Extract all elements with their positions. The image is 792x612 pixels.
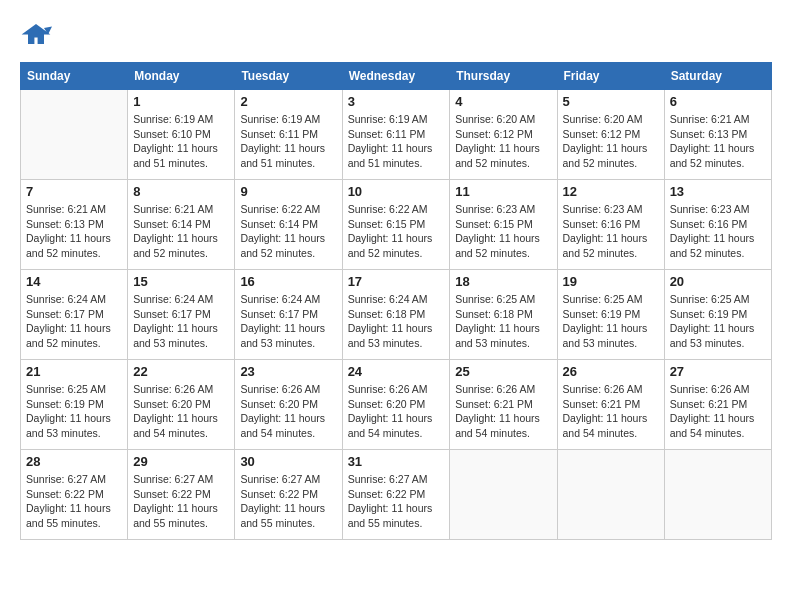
day-info: Sunrise: 6:26 AMSunset: 6:20 PMDaylight:…	[240, 382, 336, 441]
weekday-header: Thursday	[450, 63, 557, 90]
day-number: 15	[133, 274, 229, 289]
calendar-day-cell: 11Sunrise: 6:23 AMSunset: 6:15 PMDayligh…	[450, 180, 557, 270]
day-number: 4	[455, 94, 551, 109]
weekday-header: Tuesday	[235, 63, 342, 90]
day-info: Sunrise: 6:21 AMSunset: 6:13 PMDaylight:…	[26, 202, 122, 261]
calendar-day-cell: 23Sunrise: 6:26 AMSunset: 6:20 PMDayligh…	[235, 360, 342, 450]
day-number: 17	[348, 274, 445, 289]
calendar-week-row: 21Sunrise: 6:25 AMSunset: 6:19 PMDayligh…	[21, 360, 772, 450]
day-number: 29	[133, 454, 229, 469]
day-number: 3	[348, 94, 445, 109]
day-info: Sunrise: 6:19 AMSunset: 6:11 PMDaylight:…	[240, 112, 336, 171]
day-number: 22	[133, 364, 229, 379]
calendar-day-cell: 3Sunrise: 6:19 AMSunset: 6:11 PMDaylight…	[342, 90, 450, 180]
calendar-day-cell: 1Sunrise: 6:19 AMSunset: 6:10 PMDaylight…	[128, 90, 235, 180]
calendar-week-row: 7Sunrise: 6:21 AMSunset: 6:13 PMDaylight…	[21, 180, 772, 270]
weekday-header: Wednesday	[342, 63, 450, 90]
calendar-day-cell: 13Sunrise: 6:23 AMSunset: 6:16 PMDayligh…	[664, 180, 771, 270]
day-number: 20	[670, 274, 766, 289]
day-number: 25	[455, 364, 551, 379]
day-info: Sunrise: 6:24 AMSunset: 6:17 PMDaylight:…	[133, 292, 229, 351]
day-info: Sunrise: 6:25 AMSunset: 6:19 PMDaylight:…	[563, 292, 659, 351]
day-number: 2	[240, 94, 336, 109]
day-number: 21	[26, 364, 122, 379]
day-info: Sunrise: 6:23 AMSunset: 6:15 PMDaylight:…	[455, 202, 551, 261]
day-number: 10	[348, 184, 445, 199]
day-number: 7	[26, 184, 122, 199]
calendar-day-cell	[557, 450, 664, 540]
calendar-day-cell: 19Sunrise: 6:25 AMSunset: 6:19 PMDayligh…	[557, 270, 664, 360]
calendar-day-cell: 6Sunrise: 6:21 AMSunset: 6:13 PMDaylight…	[664, 90, 771, 180]
day-number: 6	[670, 94, 766, 109]
calendar-day-cell: 15Sunrise: 6:24 AMSunset: 6:17 PMDayligh…	[128, 270, 235, 360]
day-number: 28	[26, 454, 122, 469]
calendar-day-cell: 27Sunrise: 6:26 AMSunset: 6:21 PMDayligh…	[664, 360, 771, 450]
calendar-day-cell: 31Sunrise: 6:27 AMSunset: 6:22 PMDayligh…	[342, 450, 450, 540]
day-number: 18	[455, 274, 551, 289]
day-number: 24	[348, 364, 445, 379]
calendar-day-cell: 12Sunrise: 6:23 AMSunset: 6:16 PMDayligh…	[557, 180, 664, 270]
calendar-day-cell: 24Sunrise: 6:26 AMSunset: 6:20 PMDayligh…	[342, 360, 450, 450]
calendar-day-cell: 20Sunrise: 6:25 AMSunset: 6:19 PMDayligh…	[664, 270, 771, 360]
calendar-day-cell: 25Sunrise: 6:26 AMSunset: 6:21 PMDayligh…	[450, 360, 557, 450]
calendar-day-cell: 14Sunrise: 6:24 AMSunset: 6:17 PMDayligh…	[21, 270, 128, 360]
calendar-week-row: 1Sunrise: 6:19 AMSunset: 6:10 PMDaylight…	[21, 90, 772, 180]
day-number: 13	[670, 184, 766, 199]
day-info: Sunrise: 6:27 AMSunset: 6:22 PMDaylight:…	[240, 472, 336, 531]
day-number: 8	[133, 184, 229, 199]
page-header	[20, 20, 772, 52]
calendar-day-cell	[664, 450, 771, 540]
day-number: 27	[670, 364, 766, 379]
calendar-day-cell: 8Sunrise: 6:21 AMSunset: 6:14 PMDaylight…	[128, 180, 235, 270]
day-number: 1	[133, 94, 229, 109]
calendar-day-cell: 9Sunrise: 6:22 AMSunset: 6:14 PMDaylight…	[235, 180, 342, 270]
day-info: Sunrise: 6:25 AMSunset: 6:18 PMDaylight:…	[455, 292, 551, 351]
day-info: Sunrise: 6:27 AMSunset: 6:22 PMDaylight:…	[133, 472, 229, 531]
day-number: 26	[563, 364, 659, 379]
calendar-week-row: 28Sunrise: 6:27 AMSunset: 6:22 PMDayligh…	[21, 450, 772, 540]
calendar-day-cell: 16Sunrise: 6:24 AMSunset: 6:17 PMDayligh…	[235, 270, 342, 360]
day-info: Sunrise: 6:22 AMSunset: 6:15 PMDaylight:…	[348, 202, 445, 261]
calendar-day-cell	[21, 90, 128, 180]
calendar-day-cell: 18Sunrise: 6:25 AMSunset: 6:18 PMDayligh…	[450, 270, 557, 360]
day-number: 30	[240, 454, 336, 469]
logo-bird-icon	[20, 20, 52, 52]
calendar-day-cell: 22Sunrise: 6:26 AMSunset: 6:20 PMDayligh…	[128, 360, 235, 450]
calendar-table: SundayMondayTuesdayWednesdayThursdayFrid…	[20, 62, 772, 540]
day-info: Sunrise: 6:24 AMSunset: 6:17 PMDaylight:…	[240, 292, 336, 351]
weekday-header-row: SundayMondayTuesdayWednesdayThursdayFrid…	[21, 63, 772, 90]
calendar-day-cell	[450, 450, 557, 540]
day-number: 12	[563, 184, 659, 199]
logo	[20, 20, 54, 52]
weekday-header: Saturday	[664, 63, 771, 90]
day-info: Sunrise: 6:24 AMSunset: 6:18 PMDaylight:…	[348, 292, 445, 351]
day-info: Sunrise: 6:19 AMSunset: 6:11 PMDaylight:…	[348, 112, 445, 171]
day-number: 14	[26, 274, 122, 289]
weekday-header: Friday	[557, 63, 664, 90]
day-info: Sunrise: 6:27 AMSunset: 6:22 PMDaylight:…	[348, 472, 445, 531]
day-number: 16	[240, 274, 336, 289]
calendar-week-row: 14Sunrise: 6:24 AMSunset: 6:17 PMDayligh…	[21, 270, 772, 360]
day-info: Sunrise: 6:20 AMSunset: 6:12 PMDaylight:…	[455, 112, 551, 171]
day-info: Sunrise: 6:20 AMSunset: 6:12 PMDaylight:…	[563, 112, 659, 171]
day-info: Sunrise: 6:21 AMSunset: 6:14 PMDaylight:…	[133, 202, 229, 261]
day-number: 11	[455, 184, 551, 199]
calendar-day-cell: 21Sunrise: 6:25 AMSunset: 6:19 PMDayligh…	[21, 360, 128, 450]
calendar-day-cell: 4Sunrise: 6:20 AMSunset: 6:12 PMDaylight…	[450, 90, 557, 180]
calendar-day-cell: 30Sunrise: 6:27 AMSunset: 6:22 PMDayligh…	[235, 450, 342, 540]
calendar-day-cell: 26Sunrise: 6:26 AMSunset: 6:21 PMDayligh…	[557, 360, 664, 450]
day-info: Sunrise: 6:24 AMSunset: 6:17 PMDaylight:…	[26, 292, 122, 351]
calendar-day-cell: 10Sunrise: 6:22 AMSunset: 6:15 PMDayligh…	[342, 180, 450, 270]
day-info: Sunrise: 6:26 AMSunset: 6:21 PMDaylight:…	[563, 382, 659, 441]
day-info: Sunrise: 6:27 AMSunset: 6:22 PMDaylight:…	[26, 472, 122, 531]
day-number: 9	[240, 184, 336, 199]
calendar-day-cell: 29Sunrise: 6:27 AMSunset: 6:22 PMDayligh…	[128, 450, 235, 540]
day-number: 5	[563, 94, 659, 109]
day-number: 31	[348, 454, 445, 469]
day-info: Sunrise: 6:26 AMSunset: 6:20 PMDaylight:…	[133, 382, 229, 441]
day-info: Sunrise: 6:22 AMSunset: 6:14 PMDaylight:…	[240, 202, 336, 261]
day-info: Sunrise: 6:23 AMSunset: 6:16 PMDaylight:…	[563, 202, 659, 261]
calendar-day-cell: 28Sunrise: 6:27 AMSunset: 6:22 PMDayligh…	[21, 450, 128, 540]
day-info: Sunrise: 6:21 AMSunset: 6:13 PMDaylight:…	[670, 112, 766, 171]
day-info: Sunrise: 6:26 AMSunset: 6:21 PMDaylight:…	[670, 382, 766, 441]
